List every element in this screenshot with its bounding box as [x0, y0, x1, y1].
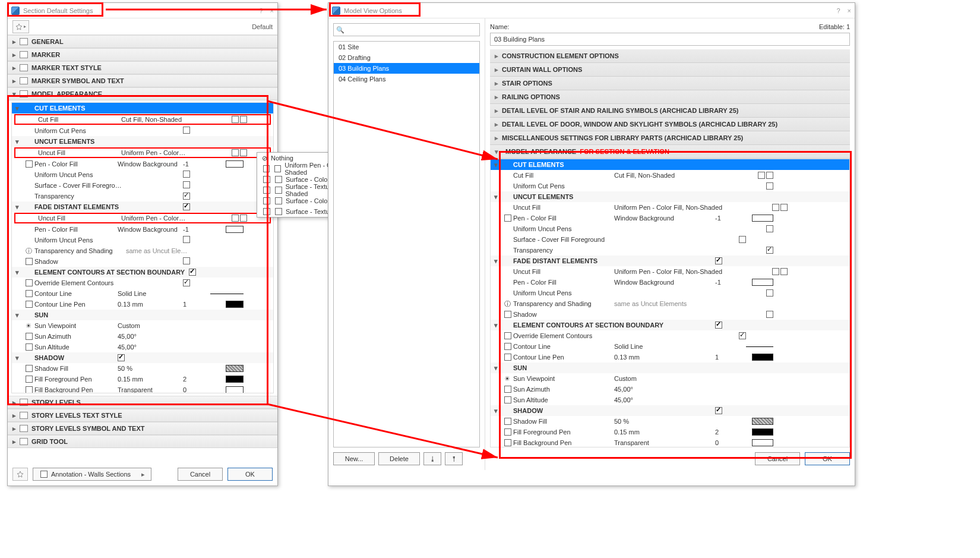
- chevron-right-icon: ▸: [11, 51, 17, 59]
- close-button[interactable]: ×: [270, 7, 274, 14]
- panel-icon: [20, 38, 28, 45]
- search-icon: 🔍: [334, 26, 347, 34]
- panel[interactable]: ▸RAILING OPTIONS: [490, 90, 850, 104]
- chevron-right-icon: ▸: [495, 80, 498, 87]
- panel-marker-symbol-text[interactable]: ▸MARKER SYMBOL AND TEXT: [8, 74, 277, 87]
- cancel-button[interactable]: Cancel: [178, 468, 223, 481]
- panel-icon: [20, 425, 28, 432]
- copy-icon: [274, 165, 281, 172]
- star-icon: [15, 23, 23, 30]
- panel-marker-text-style[interactable]: ▸MARKER TEXT STYLE: [8, 61, 277, 74]
- list-item[interactable]: 02 Drafting: [334, 52, 479, 63]
- chevron-right-icon: ▸: [11, 64, 17, 72]
- favorites-button[interactable]: ▸: [12, 20, 29, 33]
- name-field[interactable]: 03 Building Plans: [490, 33, 850, 46]
- copy-icon: [275, 176, 282, 183]
- panel[interactable]: ▸DETAIL LEVEL OF STAIR AND RAILING SYMBO…: [490, 104, 850, 118]
- panel-grid-tool[interactable]: ▸GRID TOOL: [8, 435, 277, 448]
- import-button[interactable]: ⭳: [423, 452, 441, 465]
- chevron-right-icon: ▸: [11, 438, 17, 446]
- delete-button[interactable]: Delete: [378, 452, 420, 465]
- copy-icon: [275, 187, 282, 194]
- default-label: Default: [252, 23, 273, 30]
- chevron-right-icon: ▸: [11, 425, 17, 433]
- copy-icon: [275, 208, 282, 215]
- annotation-box: [329, 2, 421, 17]
- panel-story-levels-symbol-text[interactable]: ▸STORY LEVELS SYMBOL AND TEXT: [8, 422, 277, 435]
- import-icon: ⭳: [429, 455, 436, 462]
- panel-icon: [20, 51, 28, 58]
- panel-story-levels-text-style[interactable]: ▸STORY LEVELS TEXT STYLE: [8, 409, 277, 422]
- chevron-right-icon: ▸: [11, 38, 17, 46]
- panel-general[interactable]: ▸GENERAL: [8, 35, 277, 48]
- panel[interactable]: ▸MISCELLANEOUS SETTINGS FOR LIBRARY PART…: [490, 131, 850, 145]
- list-item[interactable]: 04 Ceiling Plans: [334, 74, 479, 84]
- chevron-right-icon: ▸: [495, 93, 498, 101]
- panel-icon: [20, 438, 28, 445]
- panel-icon: [20, 412, 28, 419]
- close-button[interactable]: ×: [848, 7, 851, 14]
- panel[interactable]: ▸CURTAIN WALL OPTIONS: [490, 63, 850, 77]
- favorites-button[interactable]: [12, 468, 28, 481]
- mvo-left-col: 🔍 01 Site 02 Drafting 03 Building Plans …: [328, 18, 485, 470]
- chevron-right-icon: ▸: [495, 52, 498, 60]
- footer: Annotation - Walls Sections▸ Cancel OK: [12, 468, 273, 481]
- panel-icon: [20, 77, 28, 84]
- chevron-down-icon: ▾: [495, 148, 498, 156]
- favorite-select[interactable]: Annotation - Walls Sections▸: [33, 468, 151, 481]
- panel-icon: [20, 64, 28, 71]
- chevron-right-icon: ▸: [495, 134, 498, 142]
- search-field[interactable]: 🔍: [333, 23, 480, 36]
- export-button[interactable]: ⭱: [445, 452, 463, 465]
- chevron-right-icon: ▸: [495, 107, 498, 115]
- chevron-right-icon: ▸: [495, 66, 498, 74]
- annotation-box: [499, 151, 852, 459]
- new-button[interactable]: New...: [333, 452, 375, 465]
- list-item[interactable]: 03 Building Plans: [334, 63, 479, 74]
- annotation-box: [7, 95, 268, 405]
- panel[interactable]: ▸DETAIL LEVEL OF DOOR, WINDOW AND SKYLIG…: [490, 118, 850, 131]
- help-button[interactable]: ?: [259, 7, 263, 14]
- panel-marker[interactable]: ▸MARKER: [8, 48, 277, 61]
- tag-icon: [40, 471, 48, 478]
- star-icon: [17, 471, 24, 478]
- mvo-list[interactable]: 01 Site 02 Drafting 03 Building Plans 04…: [333, 41, 480, 447]
- chevron-right-icon: ▸: [11, 77, 17, 85]
- ok-button[interactable]: OK: [227, 468, 273, 481]
- list-item[interactable]: 01 Site: [334, 42, 479, 52]
- chevron-right-icon: ▸: [495, 121, 498, 128]
- copy-icon: [275, 197, 282, 204]
- chevron-right-icon: ▸: [11, 412, 17, 420]
- search-input[interactable]: [347, 24, 472, 36]
- chevron-down-icon: ▸: [24, 24, 26, 29]
- panel[interactable]: ▸CONSTRUCTION ELEMENT OPTIONS: [490, 49, 850, 63]
- help-button[interactable]: ?: [836, 7, 840, 14]
- annotation-box: [7, 2, 103, 17]
- name-label: Name:: [490, 23, 509, 30]
- editable-label: Editable: 1: [819, 23, 850, 30]
- panel[interactable]: ▸STAIR OPTIONS: [490, 77, 850, 90]
- export-icon: ⭱: [451, 455, 457, 462]
- chevron-down-icon: ▸: [141, 471, 145, 478]
